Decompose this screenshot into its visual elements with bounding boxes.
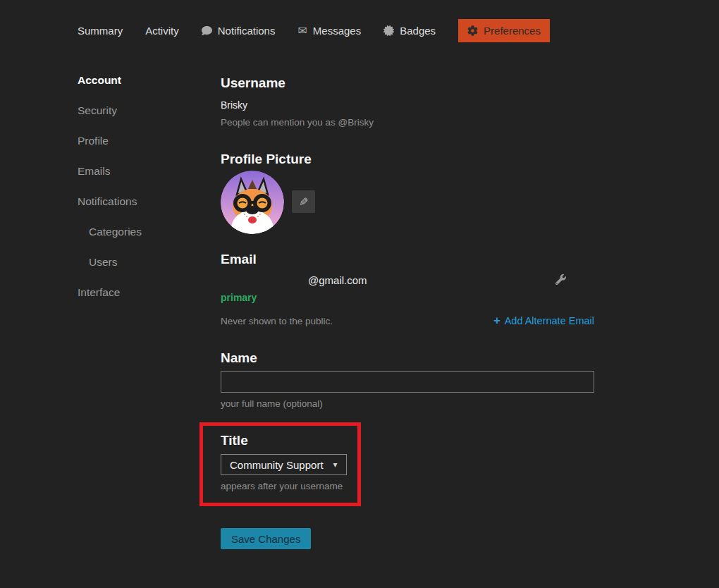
comment-icon: [202, 25, 212, 36]
save-changes-button[interactable]: Save Changes: [221, 528, 311, 549]
tab-activity[interactable]: Activity: [145, 25, 179, 37]
tab-preferences-label: Preferences: [484, 25, 541, 37]
email-hint: Never shown to the public.: [221, 316, 333, 326]
sidebar-item-account[interactable]: Account: [78, 74, 211, 86]
certificate-icon: [383, 25, 394, 36]
sidebar-item-profile[interactable]: Profile: [78, 135, 211, 147]
title-dropdown-value: Community Support: [230, 459, 324, 471]
title-section: Title Community Support ▾ appears after …: [221, 433, 382, 491]
username-heading: Username: [221, 75, 594, 91]
add-alternate-email-link[interactable]: + Add Alternate Email: [493, 315, 594, 326]
preferences-sidebar: Account Security Profile Emails Notifica…: [78, 74, 211, 317]
title-heading: Title: [221, 433, 382, 448]
tab-preferences[interactable]: Preferences: [458, 19, 550, 42]
user-nav: Summary Activity Notifications ✉ Message…: [78, 19, 550, 42]
email-heading: Email: [221, 252, 594, 267]
sidebar-item-categories[interactable]: Categories: [78, 226, 211, 238]
tab-summary[interactable]: Summary: [78, 25, 123, 37]
sidebar-item-emails[interactable]: Emails: [78, 165, 211, 177]
account-preferences-panel: Username Brisky People can mention you a…: [221, 75, 594, 549]
tab-messages[interactable]: ✉ Messages: [297, 25, 361, 37]
username-hint: People can mention you as @Brisky: [221, 117, 594, 128]
add-alternate-email-label: Add Alternate Email: [505, 315, 594, 326]
email-address: @gmail.com: [308, 274, 367, 286]
name-hint: your full name (optional): [221, 398, 594, 409]
edit-avatar-button[interactable]: ✎: [292, 190, 315, 213]
tab-notifications[interactable]: Notifications: [202, 25, 276, 37]
title-hint: appears after your username: [221, 481, 382, 491]
sidebar-item-notifications[interactable]: Notifications: [78, 195, 211, 207]
sidebar-item-security[interactable]: Security: [78, 104, 211, 116]
pencil-icon: ✎: [299, 195, 308, 209]
sidebar-item-users[interactable]: Users: [78, 256, 211, 268]
tab-summary-label: Summary: [78, 25, 123, 37]
full-name-input[interactable]: [221, 371, 594, 393]
tab-activity-label: Activity: [145, 25, 179, 37]
edit-email-button[interactable]: [555, 274, 566, 287]
tab-badges-label: Badges: [400, 25, 436, 37]
wrench-icon: [555, 274, 566, 287]
sidebar-item-interface[interactable]: Interface: [78, 286, 211, 298]
envelope-icon: ✉: [297, 25, 307, 37]
username-value: Brisky: [221, 99, 594, 111]
gear-icon: [467, 25, 478, 36]
tab-messages-label: Messages: [313, 25, 361, 37]
title-dropdown[interactable]: Community Support ▾: [221, 454, 347, 475]
tab-notifications-label: Notifications: [218, 25, 276, 37]
avatar[interactable]: [221, 171, 284, 234]
chevron-down-icon: ▾: [333, 460, 338, 469]
profile-picture-heading: Profile Picture: [221, 152, 594, 167]
tab-badges[interactable]: Badges: [383, 25, 436, 37]
primary-email-badge: primary: [221, 292, 594, 303]
name-heading: Name: [221, 350, 594, 366]
plus-icon: +: [493, 315, 500, 326]
